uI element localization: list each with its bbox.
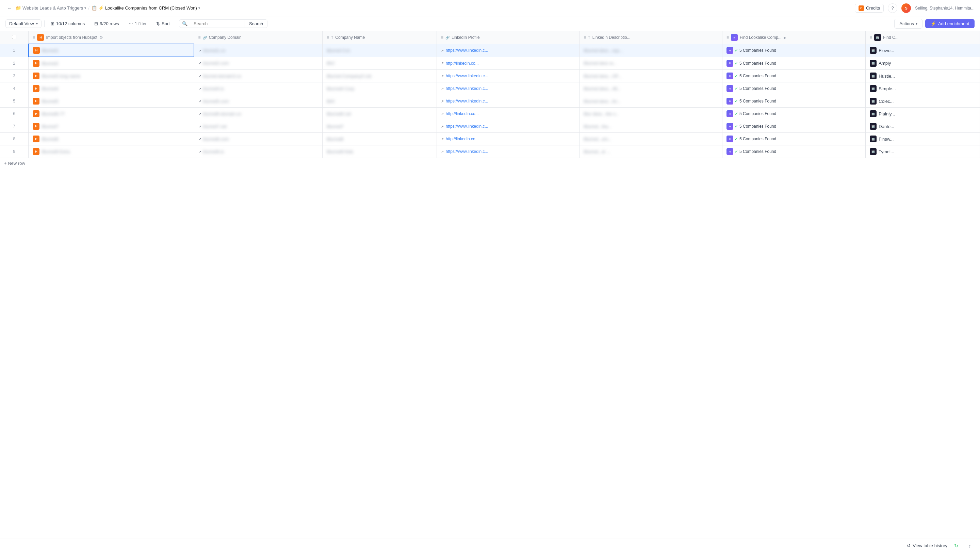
table-header-row: ≡ H Import objects from Hubspot ⚙ ≡ 🔗 Co… — [0, 31, 980, 44]
toolbar-left: Default View ▾ ⊞ 10/12 columns ⊟ 9/20 ro… — [5, 19, 890, 28]
check-icon-7: ✓ — [735, 124, 738, 129]
row-find-6: 🏢 Plainly... — [865, 108, 980, 120]
hubspot-row-badge-6: H — [33, 110, 40, 117]
row-domain-2[interactable]: ↗ blurred2.com — [194, 57, 323, 70]
row-linkedin-4[interactable]: ↗ https://www.linkedin.c... — [437, 83, 579, 95]
row-description-2: Blurred desc w... — [579, 57, 722, 70]
linkedin-link-icon-4: ↗ — [441, 87, 444, 91]
linkedin-url-5: https://www.linkedin.c... — [446, 99, 488, 104]
row-linkedin-1[interactable]: ↗ https://www.linkedin.c... — [437, 44, 579, 57]
linkedin-url-8: http://linkedin.co... — [446, 137, 479, 141]
row-hubspot-1[interactable]: H Blurred1 — [29, 44, 194, 57]
row-domain-7[interactable]: ↗ blurred7.net — [194, 120, 323, 133]
hubspot-value-9: Blurred9 Extra — [41, 149, 70, 154]
view-selector[interactable]: Default View ▾ — [5, 19, 41, 28]
linkedin-link-icon-1: ↗ — [441, 49, 444, 53]
row-description-9: Blurred...er ... — [579, 145, 722, 158]
credits-button[interactable]: C Credits — [855, 4, 884, 13]
search-button[interactable]: Search — [245, 20, 267, 27]
linkedin-url-3: https://www.linkedin.c... — [446, 73, 488, 78]
row-hubspot-2[interactable]: H Blurred2 — [29, 57, 194, 70]
row-name-8: Blurred8 — [323, 133, 437, 145]
th-find-label: Find C... — [883, 35, 898, 40]
view-chevron-icon: ▾ — [36, 22, 38, 25]
lookalike-row-badge-5: ≋ — [727, 98, 733, 105]
th-lookalike-play-icon: ▶ — [784, 36, 786, 40]
th-name-sort-icon: ≡ — [327, 35, 329, 40]
linkedin-url-2: http://linkedin.co... — [446, 61, 479, 66]
row-hubspot-7[interactable]: H Blurred7 — [29, 120, 194, 133]
row-name-2: Blr2 — [323, 57, 437, 70]
row-domain-6[interactable]: ↗ blurred6-domain.co — [194, 108, 323, 120]
name-value-4: Blurred4 Corp — [327, 86, 354, 91]
th-linkedin-link-icon: 🔗 — [445, 36, 450, 40]
add-enrichment-button[interactable]: ⚡ Add enrichment — [925, 19, 975, 28]
workspace-chevron-icon: ▾ — [84, 6, 86, 10]
credits-label: Credits — [866, 5, 880, 11]
table-container: ≡ H Import objects from Hubspot ⚙ ≡ 🔗 Co… — [0, 31, 980, 169]
breadcrumb-table[interactable]: 📋 ⚡ Lookalike Companies from CRM (Closed… — [92, 5, 200, 11]
row-description-3: Blurred desc...OF... — [579, 70, 722, 83]
row-linkedin-2[interactable]: ↗ http://linkedin.co... — [437, 57, 579, 70]
lookalike-status-6: 5 Companies Found — [740, 112, 776, 116]
th-hubspot-sort-icon: ≡ — [33, 35, 35, 40]
row-hubspot-5[interactable]: H Blurred5 — [29, 95, 194, 108]
search-input[interactable] — [190, 20, 245, 27]
name-value-2: Blr2 — [327, 61, 334, 66]
check-icon-9: ✓ — [735, 149, 738, 154]
domain-link-icon-6: ↗ — [198, 112, 201, 116]
row-description-1: Blurred desc...squ... — [579, 44, 722, 57]
columns-button[interactable]: ⊞ 10/12 columns — [47, 20, 89, 27]
row-linkedin-7[interactable]: ↗ https://www.linkedin.c... — [437, 120, 579, 133]
find-value-8: Finsw... — [878, 137, 894, 142]
lookalike-row-badge-3: ≋ — [727, 73, 733, 79]
row-domain-4[interactable]: ↗ blurred4.io — [194, 83, 323, 95]
row-domain-1[interactable]: ↗ blurred1.co — [194, 44, 323, 57]
domain-value-6: blurred6-domain.co — [203, 112, 241, 116]
row-hubspot-9[interactable]: H Blurred9 Extra — [29, 145, 194, 158]
row-lookalike-3: ≋ ✓ 5 Companies Found — [722, 70, 865, 83]
hubspot-row-badge-8: H — [33, 135, 40, 142]
row-linkedin-8[interactable]: ↗ http://linkedin.co... — [437, 133, 579, 145]
new-row-button[interactable]: + New row — [0, 158, 980, 169]
row-linkedin-9[interactable]: ↗ https://www.linkedin.c... — [437, 145, 579, 158]
name-value-3: Blurred Company3 Ltd. — [327, 73, 372, 79]
row-hubspot-3[interactable]: H Blurred3 long name — [29, 70, 194, 83]
row-domain-3[interactable]: ↗ blurred-domain3.co — [194, 70, 323, 83]
th-name: ≡ T Company Name — [323, 31, 437, 44]
find-row-badge-6: 🏢 — [870, 110, 877, 117]
row-hubspot-6[interactable]: H Blurred6-77 — [29, 108, 194, 120]
hubspot-row-badge-2: H — [33, 60, 40, 67]
select-all-checkbox[interactable] — [12, 35, 16, 39]
check-icon-1: ✓ — [735, 48, 738, 53]
rows-button[interactable]: ⊟ 9/20 rows — [91, 20, 122, 27]
sort-button[interactable]: ⇅ Sort — [153, 20, 173, 27]
user-info: Selling, Stephanie14, Hemmita... — [915, 6, 975, 11]
table-name-label: Lookalike Companies from CRM (Closed Won… — [105, 5, 197, 11]
help-button[interactable]: ? — [888, 3, 897, 13]
row-hubspot-8[interactable]: H Blurred8 — [29, 133, 194, 145]
row-linkedin-5[interactable]: ↗ https://www.linkedin.c... — [437, 95, 579, 108]
filter-button[interactable]: ⋯ 1 filter — [125, 20, 150, 27]
row-domain-8[interactable]: ↗ blurred8.com — [194, 133, 323, 145]
row-hubspot-4[interactable]: H Blurred4 — [29, 83, 194, 95]
find-row-badge-7: 🏢 — [870, 123, 877, 130]
name-value-6: Blurred6 Ltd — [327, 112, 351, 116]
row-find-9: 🏢 Tymel... — [865, 145, 980, 158]
row-name-4: Blurred4 Corp — [323, 83, 437, 95]
back-button[interactable]: ← — [5, 4, 14, 12]
th-hubspot-settings-icon[interactable]: ⚙ — [99, 35, 103, 40]
linkedin-link-icon-7: ↗ — [441, 124, 444, 128]
row-domain-9[interactable]: ↗ blurred9.io — [194, 145, 323, 158]
find-row-badge-5: 🏢 — [870, 98, 877, 105]
row-description-5: Blurred desc...tin... — [579, 95, 722, 108]
row-domain-5[interactable]: ↗ blurred5.com — [194, 95, 323, 108]
row-lookalike-7: ≋ ✓ 5 Companies Found — [722, 120, 865, 133]
actions-button[interactable]: Actions ▾ — [894, 19, 923, 29]
breadcrumb-workspace[interactable]: 📁 Website Leads & Auto Triggers ▾ — [16, 5, 86, 11]
lookalike-row-badge-4: ≋ — [727, 85, 733, 92]
row-linkedin-3[interactable]: ↗ https://www.linkedin.c... — [437, 70, 579, 83]
row-linkedin-6[interactable]: ↗ http://linkedin.co... — [437, 108, 579, 120]
columns-icon: ⊞ — [51, 21, 54, 26]
row-find-3: 🏢 Hustle... — [865, 70, 980, 83]
